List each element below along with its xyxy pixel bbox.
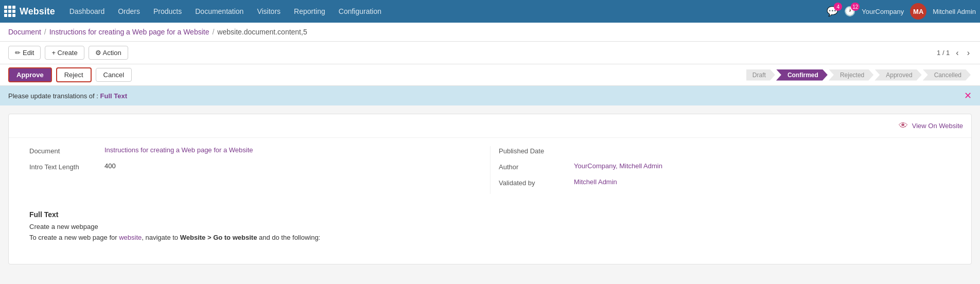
- full-text-line2: To create a new web page for website, na…: [29, 233, 951, 243]
- status-rejected: Rejected: [829, 69, 873, 81]
- breadcrumb-record-id: website.document.content,5: [217, 28, 307, 36]
- intro-text-length-row: Intro Text Length 400: [29, 162, 482, 171]
- pagination-next[interactable]: ›: [965, 47, 972, 59]
- nav-products[interactable]: Products: [147, 4, 188, 19]
- create-button[interactable]: + Create: [45, 46, 84, 60]
- published-date-label: Published Date: [499, 146, 566, 155]
- action-row: Approve Reject Cancel Draft Confirmed Re…: [0, 64, 980, 86]
- document-link[interactable]: Instructions for creating a Web page for…: [104, 146, 253, 154]
- content-card: 👁 View On Website Document Instructions …: [8, 114, 972, 264]
- status-cancelled: Cancelled: [923, 69, 971, 81]
- edit-button[interactable]: ✏ Edit: [8, 46, 41, 60]
- action-button[interactable]: ⚙ Action: [89, 46, 128, 60]
- nav-dashboard[interactable]: Dashboard: [63, 4, 111, 19]
- breadcrumb-sep-1: /: [44, 28, 46, 36]
- document-field-row: Document Instructions for creating a Web…: [29, 146, 482, 155]
- form-left: Document Instructions for creating a Web…: [21, 146, 490, 194]
- activity-badge: 12: [851, 3, 860, 11]
- topnav-right: 💬 4 🕐 12 YourCompany MA Mitchell Admin: [827, 3, 976, 20]
- chat-badge: 4: [834, 3, 842, 11]
- cancel-button[interactable]: Cancel: [96, 68, 132, 82]
- top-navigation: Website Dashboard Orders Products Docume…: [0, 0, 980, 23]
- grid-icon: [4, 6, 15, 17]
- validated-by-value: Mitchell Admin: [574, 178, 617, 186]
- company-selector[interactable]: YourCompany: [862, 8, 904, 15]
- validated-by-row: Validated by Mitchell Admin: [499, 178, 951, 187]
- card-top-bar: 👁 View On Website: [9, 114, 971, 138]
- validated-by-link[interactable]: Mitchell Admin: [574, 178, 617, 186]
- status-draft: Draft: [746, 69, 775, 81]
- toolbar: ✏ Edit + Create ⚙ Action 1 / 1 ‹ ›: [0, 42, 980, 64]
- content-area: 👁 View On Website Document Instructions …: [0, 105, 980, 273]
- published-date-row: Published Date: [499, 146, 951, 155]
- nav-reporting[interactable]: Reporting: [288, 4, 331, 19]
- full-text-line2-suffix: , navigate to: [142, 234, 180, 241]
- notification-bar: Please update translations of : Full Tex…: [0, 86, 980, 105]
- eye-icon: 👁: [899, 120, 908, 131]
- pagination-prev[interactable]: ‹: [954, 47, 960, 59]
- document-value: Instructions for creating a Web page for…: [104, 146, 253, 154]
- form-right: Published Date Author YourCompany, Mitch…: [490, 146, 959, 194]
- breadcrumb-document[interactable]: Document: [8, 28, 41, 36]
- app-brand[interactable]: Website: [4, 6, 55, 17]
- nav-visitors[interactable]: Visitors: [251, 4, 287, 19]
- full-text-section: Full Text Create a new webpage To create…: [9, 202, 971, 252]
- status-pipeline: Draft Confirmed Rejected Approved Cancel…: [746, 69, 972, 81]
- document-label: Document: [29, 146, 96, 155]
- full-text-label: Full Text: [29, 210, 951, 219]
- author-label: Author: [499, 162, 566, 171]
- username[interactable]: Mitchell Admin: [933, 8, 976, 15]
- status-approved: Approved: [874, 69, 921, 81]
- breadcrumb-title[interactable]: Instructions for creating a Web page for…: [49, 28, 209, 36]
- full-text-line2-prefix: To create a new web page for: [29, 234, 119, 241]
- notification-link[interactable]: Full Text: [100, 92, 127, 100]
- website-link[interactable]: website: [119, 234, 142, 241]
- author-value: YourCompany, Mitchell Admin: [574, 162, 662, 170]
- approve-button[interactable]: Approve: [8, 67, 52, 82]
- avatar[interactable]: MA: [910, 3, 926, 20]
- full-text-content: Create a new webpage To create a new web…: [29, 222, 951, 243]
- form-grid: Document Instructions for creating a Web…: [9, 138, 971, 202]
- chat-icon-button[interactable]: 💬 4: [827, 6, 838, 17]
- nav-orders[interactable]: Orders: [112, 4, 146, 19]
- pagination-info: 1 / 1: [937, 49, 950, 57]
- edit-pencil-icon: ✏: [15, 49, 21, 57]
- notification-text: Please update translations of : Full Tex…: [8, 92, 127, 100]
- nav-configuration[interactable]: Configuration: [332, 4, 388, 19]
- full-text-line2-end: and do the following:: [257, 234, 320, 241]
- breadcrumb-sep-2: /: [212, 28, 214, 36]
- reject-button[interactable]: Reject: [56, 67, 92, 82]
- intro-text-length-label: Intro Text Length: [29, 162, 96, 171]
- nav-menu: Dashboard Orders Products Documentation …: [63, 4, 827, 19]
- notification-close[interactable]: ✕: [964, 90, 972, 101]
- view-on-website-link[interactable]: View On Website: [912, 122, 963, 130]
- intro-text-length-value: 400: [104, 162, 116, 170]
- full-text-line2-bold: Website > Go to website: [180, 234, 257, 241]
- author-link[interactable]: YourCompany, Mitchell Admin: [574, 162, 662, 170]
- author-row: Author YourCompany, Mitchell Admin: [499, 162, 951, 171]
- activity-icon-button[interactable]: 🕐 12: [844, 6, 855, 17]
- full-text-line1: Create a new webpage: [29, 222, 951, 233]
- status-confirmed: Confirmed: [776, 69, 828, 81]
- validated-by-label: Validated by: [499, 178, 566, 187]
- app-name: Website: [20, 6, 55, 17]
- nav-documentation[interactable]: Documentation: [189, 4, 250, 19]
- breadcrumb: Document / Instructions for creating a W…: [0, 23, 980, 42]
